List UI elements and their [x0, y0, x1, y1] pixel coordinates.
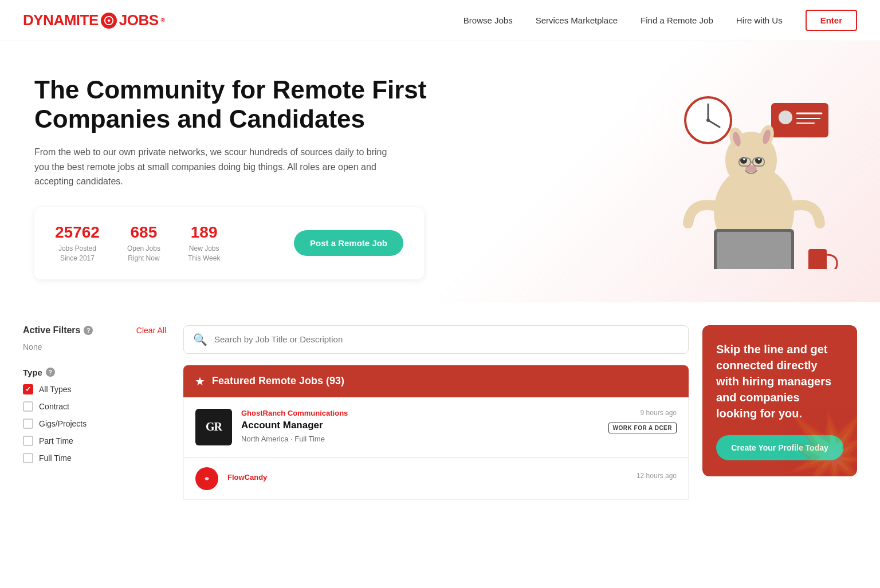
navbar: DYNAMITE JOBS ® Browse Jobs Services Mar… — [0, 0, 880, 41]
active-filters-header: Active Filters ? Clear All — [23, 325, 166, 336]
checkbox-full-time[interactable] — [23, 453, 33, 463]
stat-open-jobs: 685 Open Jobs Right Now — [127, 223, 160, 263]
svg-rect-24 — [808, 249, 827, 269]
logo[interactable]: DYNAMITE JOBS ® — [23, 11, 164, 29]
search-bar: 🔍 — [183, 325, 689, 354]
company-name-ghostranch: GhostRanch Communications — [241, 409, 599, 417]
job-card-flowcandy[interactable]: FlowCandy 12 hours ago — [183, 458, 689, 500]
active-filters-help-icon[interactable]: ? — [84, 326, 93, 335]
filter-all-types[interactable]: All Types — [23, 384, 166, 394]
active-filters-title: Active Filters ? — [23, 325, 93, 336]
company-name-flowcandy: FlowCandy — [227, 473, 627, 482]
sidebar: Active Filters ? Clear All None Type ? A… — [23, 325, 183, 475]
stat-number-open: 685 — [127, 223, 160, 242]
stat-number-new: 189 — [188, 223, 220, 242]
logo-text-1: DYNAMITE — [23, 11, 99, 29]
type-filter-title: Type ? — [23, 368, 166, 377]
type-help-icon[interactable]: ? — [46, 368, 55, 377]
featured-title: Featured Remote Jobs (93) — [212, 375, 344, 387]
promo-bg-icon: 💥 — [783, 407, 857, 476]
hero-content: The Community for Remote First Companies… — [34, 76, 435, 279]
svg-rect-22 — [717, 232, 791, 269]
filter-none-label: None — [23, 342, 166, 352]
stat-label-open: Open Jobs Right Now — [127, 244, 160, 263]
stat-jobs-posted: 25762 Jobs Posted Since 2017 — [55, 223, 100, 263]
svg-point-6 — [779, 111, 792, 124]
search-input[interactable] — [214, 334, 679, 344]
logo-text-2: JOBS — [119, 11, 159, 29]
job-info-ghostranch: GhostRanch Communications Account Manage… — [241, 409, 599, 443]
nav-services-marketplace[interactable]: Services Marketplace — [536, 15, 618, 25]
post-remote-job-button[interactable]: Post a Remote Job — [294, 230, 403, 256]
logo-icon — [101, 13, 117, 29]
main-content: Active Filters ? Clear All None Type ? A… — [0, 302, 880, 500]
job-card-ghostranch[interactable]: GR GhostRanch Communications Account Man… — [183, 397, 689, 457]
dcer-badge-ghostranch: WORK FOR A DCER — [608, 423, 677, 433]
promo-card: 💥 Skip the line and get connected direct… — [702, 325, 857, 476]
job-title-ghostranch: Account Manager — [241, 420, 599, 431]
job-listings: 🔍 ★ Featured Remote Jobs (93) GR GhostRa… — [183, 325, 689, 500]
nav-links: Browse Jobs Services Marketplace Find a … — [463, 10, 857, 31]
stats-card: 25762 Jobs Posted Since 2017 685 Open Jo… — [34, 207, 424, 279]
hero-illustration — [662, 86, 846, 269]
filter-part-time[interactable]: Part Time — [23, 436, 166, 446]
job-right-flowcandy: 12 hours ago — [637, 472, 677, 486]
stat-new-jobs: 189 New Jobs This Week — [188, 223, 220, 263]
checkbox-contract[interactable] — [23, 401, 33, 412]
stat-label-new: New Jobs This Week — [188, 244, 220, 263]
job-time-flowcandy: 12 hours ago — [637, 472, 677, 480]
checkbox-gigs-projects[interactable] — [23, 419, 33, 429]
company-logo-ghostranch: GR — [195, 409, 232, 445]
company-logo-flowcandy — [195, 467, 218, 490]
job-info-flowcandy: FlowCandy — [227, 473, 627, 484]
job-meta-ghostranch: North America · Full Time — [241, 435, 599, 443]
filter-contract[interactable]: Contract — [23, 401, 166, 412]
filter-gigs-projects[interactable]: Gigs/Projects — [23, 419, 166, 429]
hero-title: The Community for Remote First Companies… — [34, 76, 435, 133]
nav-browse-jobs[interactable]: Browse Jobs — [463, 15, 513, 25]
hero-section: The Community for Remote First Companies… — [0, 41, 880, 302]
hero-description: From the web to our own private networks… — [34, 145, 401, 189]
job-right-ghostranch: 9 hours ago WORK FOR A DCER — [608, 409, 677, 433]
right-panel: 💥 Skip the line and get connected direct… — [702, 325, 857, 476]
clear-all-link[interactable]: Clear All — [136, 326, 166, 335]
filter-full-time[interactable]: Full Time — [23, 453, 166, 463]
stat-label-posted: Jobs Posted Since 2017 — [55, 244, 100, 263]
job-time-ghostranch: 9 hours ago — [608, 409, 677, 417]
stat-number-posted: 25762 — [55, 223, 100, 242]
enter-button[interactable]: Enter — [806, 10, 857, 31]
search-icon: 🔍 — [193, 333, 207, 346]
checkbox-part-time[interactable] — [23, 436, 33, 446]
type-filter-section: Type ? All Types Contract Gigs/Projects … — [23, 368, 166, 463]
star-icon: ★ — [195, 374, 205, 388]
nav-hire-with-us[interactable]: Hire with Us — [736, 15, 783, 25]
featured-header: ★ Featured Remote Jobs (93) — [183, 365, 689, 397]
checkbox-all-types[interactable] — [23, 384, 33, 394]
nav-find-remote-job[interactable]: Find a Remote Job — [641, 15, 713, 25]
